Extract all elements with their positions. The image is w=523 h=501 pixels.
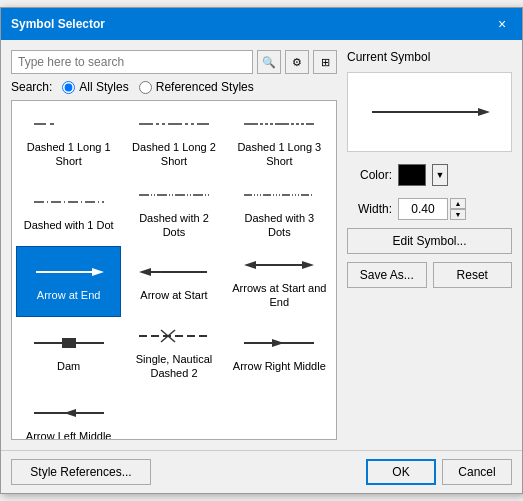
title-bar: Symbol Selector × xyxy=(1,8,522,40)
symbol-icon-arrowatend xyxy=(29,260,109,284)
symbol-cell-arrowatend[interactable]: Arrow at End xyxy=(16,246,121,317)
symbol-cell-arrowleftmiddle[interactable]: Arrow Left Middle xyxy=(16,387,121,440)
view-toggle-button[interactable]: ⊞ xyxy=(313,50,337,74)
search-row: 🔍 ⚙ ⊞ xyxy=(11,50,337,74)
svg-marker-12 xyxy=(302,261,314,269)
symbol-label: Arrow at End xyxy=(37,288,101,302)
right-panel: Current Symbol Color: ▼ Width: ▲ xyxy=(347,50,512,440)
svg-rect-14 xyxy=(62,338,76,348)
symbol-icon-arrowsatstartandend xyxy=(239,253,319,277)
symbol-cell-dam[interactable]: Dam xyxy=(16,317,121,388)
save-as-button[interactable]: Save As... xyxy=(347,262,427,288)
symbol-icon-arrowastart xyxy=(134,260,214,284)
symbol-icon-arrowrightmiddle xyxy=(239,331,319,355)
width-increment-button[interactable]: ▲ xyxy=(450,198,466,209)
symbol-cell-dashed1long1short[interactable]: Dashed 1 Long 1 Short xyxy=(16,105,121,176)
current-symbol-label: Current Symbol xyxy=(347,50,512,64)
symbol-label: Arrow Right Middle xyxy=(233,359,326,373)
referenced-styles-radio-label[interactable]: Referenced Styles xyxy=(139,80,254,94)
search-input[interactable] xyxy=(11,50,253,74)
search-options-button[interactable]: ⚙ xyxy=(285,50,309,74)
symbol-label: Arrow Left Middle xyxy=(26,429,112,440)
save-reset-row: Save As... Reset xyxy=(347,262,512,288)
symbol-cell-arrowsatstartandend[interactable]: Arrows at Start and End xyxy=(227,246,332,317)
search-button[interactable]: 🔍 xyxy=(257,50,281,74)
symbol-cell-dashedwith2dots[interactable]: Dashed with 2 Dots xyxy=(121,176,226,247)
symbol-label: Dashed with 2 Dots xyxy=(126,211,221,240)
symbol-icon-dashedwith2dots xyxy=(134,183,214,207)
width-decrement-button[interactable]: ▼ xyxy=(450,209,466,220)
footer-right: OK Cancel xyxy=(366,459,512,485)
dialog-footer: Style References... OK Cancel xyxy=(1,450,522,493)
all-styles-radio[interactable] xyxy=(62,81,75,94)
svg-marker-19 xyxy=(272,339,284,347)
width-input[interactable] xyxy=(398,198,448,220)
symbol-icon-dashedwith3dots xyxy=(239,183,319,207)
color-dropdown[interactable]: ▼ xyxy=(432,164,448,186)
width-spinner: ▲ ▼ xyxy=(450,198,466,220)
ok-button[interactable]: OK xyxy=(366,459,436,485)
current-symbol-preview xyxy=(347,72,512,152)
symbol-icon-dashed1long3short xyxy=(239,112,319,136)
symbol-grid: Dashed 1 Long 1 Short Dashed 1 Long 2 Sh… xyxy=(12,101,336,440)
symbol-icon-singlenautical2 xyxy=(134,324,214,348)
style-row: Search: All Styles Referenced Styles xyxy=(11,80,337,94)
color-label: Color: xyxy=(347,168,392,182)
edit-symbol-button[interactable]: Edit Symbol... xyxy=(347,228,512,254)
search-label: Search: xyxy=(11,80,52,94)
symbol-cell-dashed1long2short[interactable]: Dashed 1 Long 2 Short xyxy=(121,105,226,176)
color-row: Color: ▼ xyxy=(347,164,512,186)
symbol-icon-dashed1long2short xyxy=(134,112,214,136)
close-button[interactable]: × xyxy=(492,14,512,34)
preview-svg xyxy=(370,105,490,119)
symbol-cell-arrowrightmiddle[interactable]: Arrow Right Middle xyxy=(227,317,332,388)
all-styles-label: All Styles xyxy=(79,80,128,94)
symbol-label: Dashed with 1 Dot xyxy=(24,218,114,232)
symbol-cell-dashed1long3short[interactable]: Dashed 1 Long 3 Short xyxy=(227,105,332,176)
symbol-label: Dashed with 3 Dots xyxy=(232,211,327,240)
style-references-button[interactable]: Style References... xyxy=(11,459,151,485)
width-label: Width: xyxy=(347,202,392,216)
symbol-icon-arrowleftmiddle xyxy=(29,401,109,425)
symbol-cell-dashedwith3dots[interactable]: Dashed with 3 Dots xyxy=(227,176,332,247)
svg-marker-11 xyxy=(244,261,256,269)
referenced-styles-label: Referenced Styles xyxy=(156,80,254,94)
symbol-icon-dashed1long1short xyxy=(29,112,109,136)
symbol-cell-singlenautical2[interactable]: Single, Nautical Dashed 2 xyxy=(121,317,226,388)
left-panel: 🔍 ⚙ ⊞ Search: All Styles Referenced Styl… xyxy=(11,50,337,440)
symbol-label: Dam xyxy=(57,359,80,373)
reset-button[interactable]: Reset xyxy=(433,262,513,288)
symbol-icon-dam xyxy=(29,331,109,355)
symbol-label: Single, Nautical Dashed 2 xyxy=(126,352,221,381)
color-swatch[interactable] xyxy=(398,164,426,186)
svg-marker-7 xyxy=(92,268,104,276)
all-styles-radio-label[interactable]: All Styles xyxy=(62,80,128,94)
cancel-button[interactable]: Cancel xyxy=(442,459,512,485)
symbol-label: Arrow at Start xyxy=(140,288,207,302)
symbol-label: Dashed 1 Long 2 Short xyxy=(126,140,221,169)
dialog-title: Symbol Selector xyxy=(11,17,105,31)
symbol-cell-dashedwith1dot[interactable]: Dashed with 1 Dot xyxy=(16,176,121,247)
symbol-cell-arrowastart[interactable]: Arrow at Start xyxy=(121,246,226,317)
referenced-styles-radio[interactable] xyxy=(139,81,152,94)
symbol-label: Arrows at Start and End xyxy=(232,281,327,310)
svg-marker-23 xyxy=(478,108,490,116)
dialog-body: 🔍 ⚙ ⊞ Search: All Styles Referenced Styl… xyxy=(1,40,522,450)
footer-left: Style References... xyxy=(11,459,360,485)
svg-marker-21 xyxy=(64,409,76,417)
symbol-icon-dashedwith1dot xyxy=(29,190,109,214)
symbol-selector-dialog: Symbol Selector × 🔍 ⚙ ⊞ Search: All Styl… xyxy=(0,7,523,494)
symbol-grid-container[interactable]: Dashed 1 Long 1 Short Dashed 1 Long 2 Sh… xyxy=(11,100,337,440)
symbol-label: Dashed 1 Long 1 Short xyxy=(21,140,116,169)
width-row: Width: ▲ ▼ xyxy=(347,198,512,220)
svg-marker-9 xyxy=(139,268,151,276)
symbol-label: Dashed 1 Long 3 Short xyxy=(232,140,327,169)
